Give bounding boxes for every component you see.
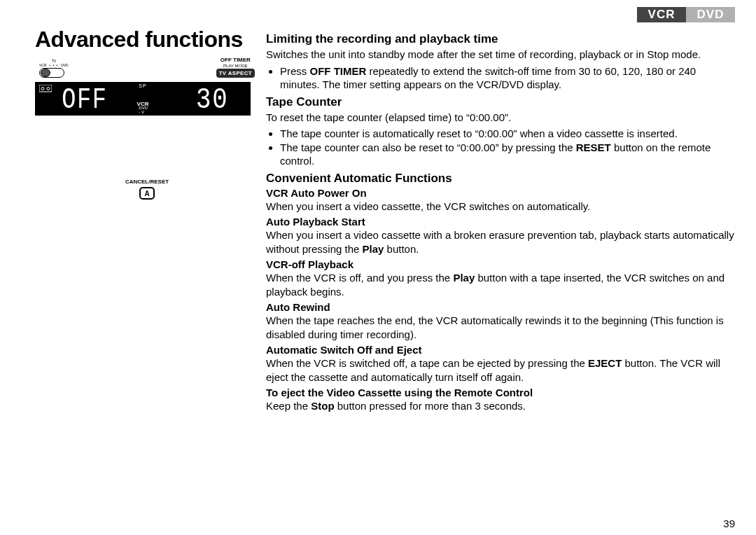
heading-auto-functions: Convenient Automatic Functions [266,172,735,186]
body-text: When the VCR is off, and you press the P… [266,271,735,298]
lcd-segment-off: OFF [62,83,107,117]
lcd-dvd-v: DVD- V [139,106,148,114]
body-text: Switches the unit into standby mode afte… [266,48,735,62]
body-text: Keep the Stop button pressed for more th… [266,399,735,413]
body-text: When you insert a video cassette, the VC… [266,200,735,214]
mode-slider [39,68,64,78]
tab-vcr: VCR [637,7,686,22]
svg-point-1 [41,88,44,90]
body-text: To reset the tape counter (elapsed time)… [266,111,735,125]
play-mode-label: PLAY MODE [216,64,255,69]
heading-tape-counter: Tape Counter [266,95,735,109]
body-text: When you insert a video cassette with a … [266,228,735,256]
svg-point-2 [47,88,50,90]
off-timer-label: OFF TIMER [216,57,255,64]
page-title: Advanced functions [35,27,259,53]
button-a: A [139,187,155,200]
cassette-icon [39,85,52,93]
remote-illustration: TV VCR • • • DVD OFF TIMER PLAY MODE TV … [35,57,259,200]
tab-dvd: DVD [686,7,735,22]
page-number: 39 [723,517,735,529]
body-text: When the tape reaches the end, the VCR a… [266,314,735,341]
slider-label-right: DVD [61,63,69,67]
mode-tabs: VCR DVD [35,7,735,22]
subheading-auto-playback: Auto Playback Start [266,216,735,228]
bullet-item: Press OFF TIMER repeatedly to extend the… [280,64,735,91]
slider-label-left: VCR [39,63,47,67]
cancel-reset-label: CANCEL/RESET [35,179,259,185]
heading-limiting: Limiting the recording and playback time [266,32,735,46]
subheading-eject-remote: To eject the Video Cassette using the Re… [266,387,735,398]
bullet-item: The tape counter can also be reset to “0… [280,141,735,167]
tv-aspect-button: TV ASPECT [216,69,255,78]
subheading-auto-rewind: Auto Rewind [266,301,735,313]
lcd-segment-30: 30 [196,83,228,117]
bullet-item: The tape counter is automatically reset … [280,127,735,140]
lcd-sp: SP [139,83,146,88]
body-text: When the VCR is switched off, a tape can… [266,356,735,384]
subheading-auto-switch-off: Automatic Switch Off and Eject [266,344,735,356]
subheading-auto-power: VCR Auto Power On [266,187,735,199]
subheading-vcr-off-playback: VCR-off Playback [266,258,735,270]
lcd-display: SP VCR DVD- V OFF 30 [35,82,251,116]
